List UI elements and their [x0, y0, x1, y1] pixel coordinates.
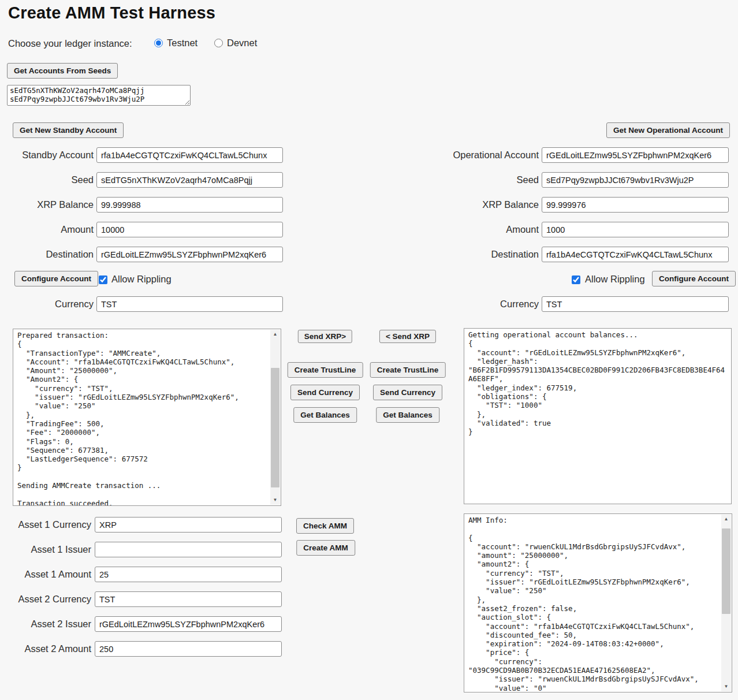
standby-send-currency-button[interactable]: Send Currency	[290, 385, 360, 400]
operational-currency-field[interactable]	[542, 296, 729, 312]
standby-xrp-balance-field[interactable]	[96, 197, 283, 213]
get-new-standby-account-button[interactable]: Get New Standby Account	[13, 122, 124, 138]
operational-xrp-balance-field[interactable]	[542, 197, 729, 213]
asset1-currency-field[interactable]	[95, 517, 282, 533]
amm-info-console[interactable]: AMM Info: { "account": "rwuenCkUL1MdrBsd…	[464, 513, 732, 692]
get-accounts-from-seeds-button[interactable]: Get Accounts From Seeds	[7, 63, 118, 79]
standby-destination-label: Destination	[0, 247, 94, 262]
operational-seed-field[interactable]	[542, 172, 729, 188]
scrollbar-down-icon[interactable]: ▼	[721, 682, 731, 691]
scrollbar-thumb[interactable]	[271, 368, 279, 487]
standby-amount-field[interactable]	[96, 222, 283, 237]
operational-allow-rippling-label: Allow Rippling	[585, 274, 645, 285]
devnet-radio[interactable]	[214, 39, 223, 47]
operational-destination-label: Destination	[433, 247, 539, 262]
scrollbar-up-icon[interactable]: ▲	[721, 515, 731, 524]
standby-account-field[interactable]	[96, 147, 283, 163]
seeds-textarea[interactable]: sEdTG5nXThKWZoV2aqrh47oMCa8Pqjj sEd7Pqy9…	[7, 85, 191, 106]
radio-option-devnet[interactable]: Devnet	[214, 38, 257, 49]
asset2-amount-field[interactable]	[95, 641, 282, 657]
asset1-currency-label: Asset 1 Currency	[0, 517, 91, 533]
standby-currency-label: Currency	[0, 296, 94, 312]
standby-results-console[interactable]: Prepared transaction: { "TransactionType…	[13, 329, 281, 506]
standby-allow-rippling-checkbox[interactable]	[99, 275, 107, 284]
standby-xrp-balance-label: XRP Balance	[0, 197, 94, 213]
standby-create-trustline-button[interactable]: Create TrustLine	[288, 362, 363, 378]
standby-account-label: Standby Account	[0, 147, 94, 163]
standby-currency-field[interactable]	[96, 296, 283, 312]
scrollbar-down-icon[interactable]: ▼	[270, 496, 280, 505]
operational-get-balances-button[interactable]: Get Balances	[376, 407, 439, 423]
check-amm-button[interactable]: Check AMM	[296, 518, 354, 534]
operational-destination-field[interactable]	[542, 247, 729, 262]
standby-console-scrollbar[interactable]: ▲ ▼	[270, 330, 280, 505]
operational-xrp-balance-label: XRP Balance	[433, 197, 539, 213]
testnet-radio[interactable]	[154, 39, 163, 47]
radio-option-testnet[interactable]: Testnet	[154, 38, 197, 49]
operational-results-text: Getting operational account balances... …	[464, 329, 731, 438]
asset2-currency-label: Asset 2 Currency	[0, 591, 91, 607]
standby-seed-field[interactable]	[96, 172, 283, 188]
standby-get-balances-button[interactable]: Get Balances	[293, 407, 357, 423]
standby-allow-rippling-label: Allow Rippling	[111, 274, 172, 285]
operational-results-console[interactable]: Getting operational account balances... …	[464, 328, 732, 504]
amm-info-text: AMM Info: { "account": "rwuenCkUL1MdrBsd…	[464, 514, 732, 692]
operational-amount-label: Amount	[433, 222, 539, 237]
ledger-instance-label: Choose your ledger instance:	[8, 38, 132, 49]
operational-amount-field[interactable]	[542, 222, 729, 237]
asset2-issuer-field[interactable]	[95, 616, 282, 632]
standby-seed-label: Seed	[0, 172, 94, 188]
testnet-radio-label: Testnet	[167, 38, 197, 49]
operational-account-label: Operational Account	[433, 147, 539, 163]
operational-send-currency-button[interactable]: Send Currency	[373, 385, 442, 400]
page-title: Create AMM Test Harness	[8, 3, 215, 23]
asset1-amount-label: Asset 1 Amount	[0, 567, 91, 582]
standby-send-xrp-button[interactable]: Send XRP>	[298, 330, 352, 343]
standby-destination-field[interactable]	[96, 247, 283, 262]
asset1-amount-field[interactable]	[95, 567, 282, 582]
create-amm-test-harness-page: Create AMM Test Harness Choose your ledg…	[0, 0, 738, 700]
operational-currency-label: Currency	[433, 296, 539, 312]
scrollbar-thumb[interactable]	[722, 528, 730, 614]
get-new-operational-account-button[interactable]: Get New Operational Account	[606, 122, 730, 138]
scrollbar-up-icon[interactable]: ▲	[270, 330, 280, 339]
standby-configure-account-button[interactable]: Configure Account	[14, 271, 98, 286]
create-amm-button[interactable]: Create AMM	[296, 540, 355, 556]
devnet-radio-label: Devnet	[227, 38, 257, 49]
standby-results-text: Prepared transaction: { "TransactionType…	[13, 329, 281, 506]
standby-amount-label: Amount	[0, 222, 94, 237]
asset1-issuer-field[interactable]	[95, 542, 282, 557]
asset2-amount-label: Asset 2 Amount	[0, 641, 91, 657]
operational-allow-rippling-checkbox[interactable]	[572, 275, 580, 284]
operational-account-field[interactable]	[542, 147, 729, 163]
operational-seed-label: Seed	[433, 172, 539, 188]
operational-create-trustline-button[interactable]: Create TrustLine	[370, 362, 446, 378]
asset2-issuer-label: Asset 2 Issuer	[0, 616, 91, 632]
asset1-issuer-label: Asset 1 Issuer	[0, 542, 91, 557]
amm-info-scrollbar[interactable]: ▲ ▼	[721, 515, 731, 691]
operational-configure-account-button[interactable]: Configure Account	[652, 271, 736, 286]
operational-send-xrp-button[interactable]: < Send XRP	[379, 330, 436, 343]
asset2-currency-field[interactable]	[95, 591, 282, 607]
